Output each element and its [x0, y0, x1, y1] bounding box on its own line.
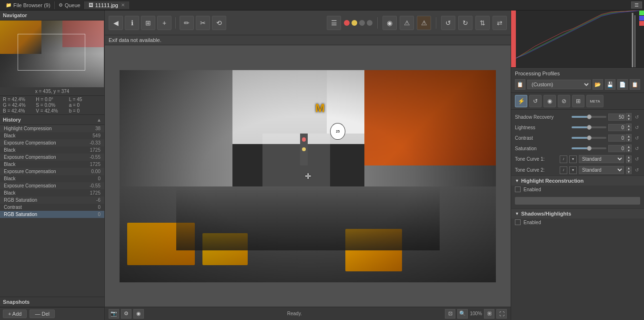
saturation-value[interactable]: [608, 145, 625, 152]
corner-menu-btn[interactable]: ☰: [631, 1, 642, 9]
dot-yellow[interactable]: [352, 20, 357, 26]
add-snapshot-btn[interactable]: + Add: [3, 310, 27, 318]
meta-tool-btn[interactable]: META: [586, 95, 604, 107]
saturation-slider[interactable]: [572, 147, 606, 149]
crop-btn[interactable]: ✂: [196, 16, 210, 30]
dot-red[interactable]: [344, 20, 350, 26]
bottom-tool-2[interactable]: ⚙: [121, 309, 131, 319]
tone-curve-2-reset[interactable]: ↺: [634, 167, 640, 174]
tone-curve-1-reset[interactable]: ↺: [634, 156, 640, 163]
contrast-slider[interactable]: [572, 137, 606, 139]
flip-v-btn[interactable]: ⇅: [475, 16, 490, 30]
flip-h-btn[interactable]: ⇄: [493, 16, 507, 30]
bottom-tool-3[interactable]: ◉: [133, 309, 144, 319]
info-btn[interactable]: ℹ: [125, 16, 139, 30]
tone-curve-1-dropdown[interactable]: Standard: [579, 155, 624, 163]
bottom-tool-1[interactable]: 📷: [109, 309, 119, 319]
tone-curve-1-curve-btn[interactable]: ▾: [569, 155, 577, 163]
history-item[interactable]: Black1725: [0, 146, 104, 154]
tc2-up[interactable]: ▲: [626, 166, 632, 170]
dot-gray-1[interactable]: [359, 20, 365, 26]
history-item[interactable]: Contrast0: [0, 204, 104, 211]
lightness-slider[interactable]: [572, 126, 606, 128]
highlight-reconstruction-checkbox[interactable]: [515, 186, 521, 192]
history-item[interactable]: RGB Saturation0: [0, 211, 104, 218]
edit-btn[interactable]: ✏: [180, 16, 194, 30]
history-item[interactable]: Highlight Compression38: [0, 125, 104, 132]
zoom-fullscreen-btn[interactable]: ⛶: [496, 309, 507, 319]
rotate-r-btn[interactable]: ↻: [458, 16, 473, 30]
lightness-reset[interactable]: ↺: [634, 124, 640, 131]
warning-btn[interactable]: ⚠: [400, 16, 414, 30]
back-btn[interactable]: ◀: [109, 16, 123, 30]
tone-curve-2-linear-btn[interactable]: /: [560, 166, 567, 174]
navigator-thumbnail[interactable]: [0, 21, 104, 87]
shadow-recovery-down[interactable]: ▼: [626, 117, 632, 121]
history-list[interactable]: Highlight Compression38Black549Exposure …: [0, 125, 104, 297]
highlight-reconstruction-header[interactable]: ▼ Highlight Reconstruction: [511, 175, 644, 186]
warning2-btn[interactable]: ⚠: [417, 16, 431, 30]
tab-file-browser[interactable]: 📁 File Browser (9): [2, 1, 55, 9]
menu-btn[interactable]: ☰: [327, 16, 341, 30]
spot-btn[interactable]: ◉: [382, 16, 397, 30]
copy-btn[interactable]: ⊞: [141, 16, 155, 30]
contrast-value[interactable]: [608, 134, 625, 142]
image-area[interactable]: 25 ✛ M: [105, 45, 511, 307]
saturation-reset[interactable]: ↺: [634, 145, 640, 152]
contrast-up[interactable]: ▲: [626, 134, 632, 138]
tab-close-btn[interactable]: ✕: [121, 2, 125, 8]
saturation-down[interactable]: ▼: [626, 148, 632, 152]
lightness-down[interactable]: ▼: [626, 127, 632, 131]
zoom-fit-btn[interactable]: ⊡: [445, 309, 455, 319]
del-snapshot-btn[interactable]: — Del: [30, 310, 55, 318]
shadow-recovery-thumb[interactable]: [587, 114, 592, 119]
tc1-down[interactable]: ▼: [626, 159, 632, 163]
tc1-up[interactable]: ▲: [626, 155, 632, 159]
shadow-recovery-reset[interactable]: ↺: [634, 114, 640, 120]
proc-load-btn[interactable]: 📂: [593, 79, 603, 90]
history-item[interactable]: Black1725: [0, 189, 104, 196]
color-tool-btn[interactable]: ◉: [543, 95, 556, 107]
proc-paste-btn[interactable]: 📋: [630, 79, 640, 90]
history-item[interactable]: Black1725: [0, 161, 104, 168]
tab-queue[interactable]: ⚙ Queue: [55, 1, 85, 9]
lightness-thumb[interactable]: [587, 125, 592, 130]
saturation-thumb[interactable]: [587, 146, 592, 151]
contrast-down[interactable]: ▼: [626, 138, 632, 142]
tc2-down[interactable]: ▼: [626, 170, 632, 174]
history-item[interactable]: Black0: [0, 175, 104, 182]
contrast-thumb[interactable]: [587, 135, 592, 140]
add-btn[interactable]: +: [157, 16, 171, 30]
tone-curve-1-linear-btn[interactable]: /: [560, 155, 567, 163]
shadows-highlights-checkbox[interactable]: [515, 219, 521, 225]
proc-copy-btn[interactable]: 📄: [617, 79, 628, 90]
shadow-recovery-slider[interactable]: [572, 116, 606, 118]
saturation-up[interactable]: ▲: [626, 145, 632, 148]
history-item[interactable]: Exposure Compensation0.00: [0, 168, 104, 175]
shadows-highlights-header[interactable]: ▼ Shadows/Highlights: [511, 208, 644, 218]
proc-save-btn[interactable]: 💾: [605, 79, 615, 90]
shadow-recovery-value[interactable]: [608, 114, 625, 121]
detail-tool-btn[interactable]: ↺: [529, 95, 542, 107]
hr-slider[interactable]: [515, 197, 640, 205]
lightness-value[interactable]: [608, 124, 625, 131]
tone-curve-2-dropdown[interactable]: Standard: [579, 166, 624, 174]
tone-curve-2-curve-btn[interactable]: ▾: [569, 166, 577, 174]
proc-dropdown[interactable]: (Custom): [527, 80, 591, 89]
rotate-l-btn[interactable]: ↺: [441, 16, 455, 30]
transform-tool-btn[interactable]: ⊘: [558, 95, 570, 107]
history-item[interactable]: Exposure Compensation-0.55: [0, 182, 104, 189]
history-item[interactable]: Exposure Compensation-0.33: [0, 139, 104, 146]
zoom-out-btn[interactable]: 🔍: [457, 309, 468, 319]
proc-icon-1[interactable]: 📋: [515, 79, 525, 90]
zoom-in-btn[interactable]: ⊞: [484, 309, 494, 319]
history-item[interactable]: Exposure Compensation-0.55: [0, 154, 104, 161]
tab-image[interactable]: 🖼 11111.jpg ✕: [85, 1, 129, 9]
history-item[interactable]: RGB Saturation-6: [0, 196, 104, 204]
lightness-up[interactable]: ▲: [626, 124, 632, 127]
transform-btn[interactable]: ⟲: [212, 16, 226, 30]
history-item[interactable]: Black549: [0, 132, 104, 139]
shadow-recovery-up[interactable]: ▲: [626, 113, 632, 117]
raw-tool-btn[interactable]: ⊞: [572, 95, 584, 107]
exposure-tool-btn[interactable]: ⚡: [515, 95, 527, 107]
